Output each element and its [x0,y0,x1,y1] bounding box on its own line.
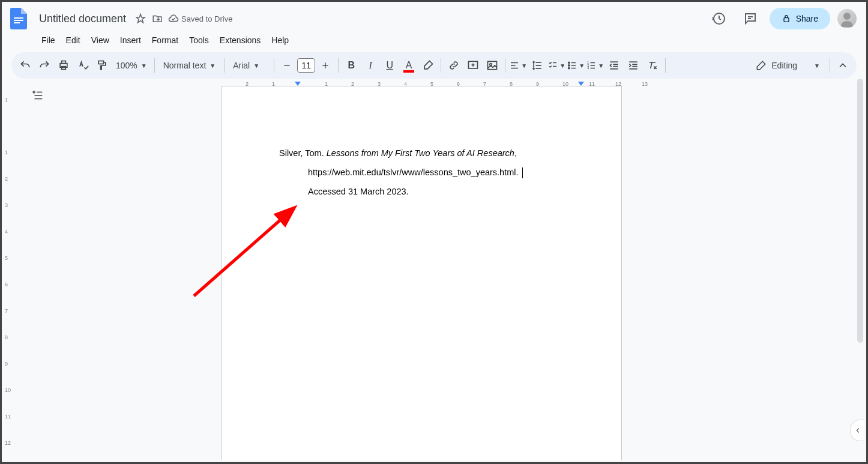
collapse-toolbar-button[interactable] [834,56,852,74]
menu-file[interactable]: File [37,33,60,47]
line-spacing-button[interactable] [528,56,546,74]
menu-view[interactable]: View [86,33,114,47]
header-right: Share [707,7,857,31]
dropdown-arrow-icon: ▼ [253,62,259,69]
svg-point-6 [843,13,851,20]
bulleted-list-button[interactable]: ▼ [567,56,585,74]
star-icon[interactable] [134,13,146,25]
document-page[interactable]: Silver, Tom. Lessons from My First Two Y… [221,86,622,460]
separator [441,58,441,73]
link-button[interactable] [445,56,463,74]
dropdown-arrow-icon: ▼ [814,62,820,69]
citation-line-3[interactable]: Accessed 31 March 2023. [279,182,564,202]
print-button[interactable] [55,56,73,74]
menu-insert[interactable]: Insert [115,33,146,47]
svg-rect-10 [98,61,103,64]
outline-toggle-button[interactable] [28,86,47,105]
font-select[interactable]: Arial▼ [228,58,270,73]
dropdown-arrow-icon: ▼ [579,62,585,69]
citation-line-2[interactable]: https://web.mit.edu/tslvr/www/lessons_tw… [279,163,564,182]
svg-rect-0 [14,17,23,19]
header-top-row: Untitled document Saved to Drive [7,7,857,31]
svg-rect-1 [14,20,23,21]
separator [274,58,274,73]
citation-author: Silver, Tom. [279,148,327,158]
highlight-button[interactable] [419,56,437,74]
menu-tools[interactable]: Tools [184,33,214,47]
dropdown-arrow-icon: ▼ [209,62,215,69]
dropdown-arrow-icon: ▼ [559,62,565,69]
menu-format[interactable]: Format [147,33,183,47]
menu-extensions[interactable]: Extensions [215,33,265,47]
add-comment-button[interactable] [464,56,482,74]
menu-edit[interactable]: Edit [61,33,85,47]
save-status-text: Saved to Drive [181,14,232,23]
svg-text:3: 3 [587,66,589,70]
bold-button[interactable]: B [342,56,360,74]
undo-button[interactable] [16,56,34,74]
font-size-input[interactable] [297,58,315,73]
canvas-wrapper: Silver, Tom. Lessons from My First Two Y… [13,79,864,460]
image-button[interactable] [483,56,501,74]
move-icon[interactable] [151,13,163,25]
dropdown-arrow-icon: ▼ [521,62,527,69]
paint-format-button[interactable] [93,56,111,74]
zoom-select[interactable]: 100%▼ [112,58,151,73]
dropdown-arrow-icon: ▼ [598,62,604,69]
user-avatar[interactable] [837,9,857,28]
separator [505,58,505,73]
citation-accessed: Accessed 31 March 2023. [308,187,409,196]
vertical-ruler[interactable]: 1 1 2 3 4 5 6 7 8 9 10 11 12 [4,79,13,460]
share-label: Share [796,14,818,23]
dropdown-arrow-icon: ▼ [141,62,147,69]
page-content[interactable]: Silver, Tom. Lessons from My First Two Y… [222,86,621,259]
separator [154,58,155,73]
separator [665,58,666,73]
svg-point-47 [33,91,35,93]
underline-button[interactable]: U [381,56,399,74]
checklist-button[interactable]: ▼ [547,56,565,74]
text-color-button[interactable]: A [400,56,418,74]
document-area: 1 1 2 3 4 5 6 7 8 9 10 11 12 Silver, Tom… [4,79,864,460]
decrease-indent-button[interactable] [605,56,623,74]
toolbar: 100%▼ Normal text▼ Arial▼ B I U A ▼ ▼ ▼ … [11,52,857,79]
font-size-group [278,56,334,74]
spellcheck-button[interactable] [74,56,92,74]
expand-side-panel-button[interactable] [850,420,864,441]
style-select[interactable]: Normal text▼ [158,58,220,73]
clear-formatting-button[interactable] [643,56,662,74]
svg-point-27 [568,62,570,63]
scrollbar-thumb[interactable] [857,79,863,343]
svg-rect-5 [784,18,789,22]
svg-rect-2 [14,22,20,23]
redo-button[interactable] [35,56,53,74]
vertical-scrollbar[interactable] [855,79,864,450]
document-title[interactable]: Untitled document [35,11,130,26]
citation-line-1[interactable]: Silver, Tom. Lessons from My First Two Y… [279,144,564,163]
title-row: Untitled document Saved to Drive [35,11,702,26]
increase-font-button[interactable] [316,56,334,74]
save-status[interactable]: Saved to Drive [168,13,232,24]
text-color-indicator [403,70,414,73]
history-icon[interactable] [707,7,731,31]
svg-rect-8 [62,61,66,64]
separator [830,58,830,73]
menu-help[interactable]: Help [267,33,294,47]
svg-point-29 [568,67,570,68]
align-button[interactable]: ▼ [509,56,527,74]
increase-indent-button[interactable] [624,56,642,74]
menu-bar: File Edit View Insert Format Tools Exten… [7,31,857,51]
decrease-font-button[interactable] [278,56,296,74]
text-cursor [522,167,523,178]
italic-button[interactable]: I [361,56,379,74]
separator [224,58,225,73]
numbered-list-button[interactable]: 123▼ [586,56,604,74]
docs-logo[interactable] [7,7,31,31]
svg-point-28 [568,65,570,66]
citation-title: Lessons from My First Two Years of AI Re… [327,148,514,158]
citation-comma: , [514,148,517,158]
editing-mode-select[interactable]: Editing ▼ [750,58,826,73]
share-button[interactable]: Share [770,8,830,29]
comment-icon[interactable] [738,7,762,31]
separator [338,58,339,73]
